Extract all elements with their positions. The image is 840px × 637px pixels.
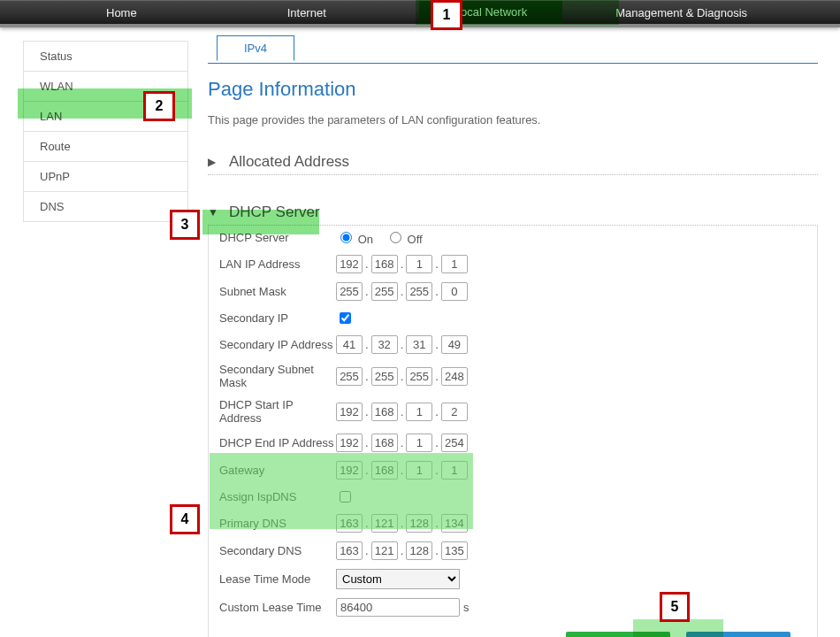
primary-dns-label: Primary DNS (218, 517, 336, 530)
dhcp-end-oct4[interactable] (441, 434, 468, 452)
callout-4: 4 (170, 504, 200, 534)
dhcp-start-label: DHCP Start IP Address (218, 398, 336, 425)
sidebar: Status WLAN LAN Route UPnP DNS (23, 41, 188, 222)
callout-3: 3 (170, 210, 200, 240)
assign-ispdns-label: Assign IspDNS (218, 490, 336, 503)
custom-lease-input[interactable] (336, 598, 460, 617)
custom-lease-label: Custom Lease Time (218, 601, 336, 614)
sec-dns-oct1[interactable] (336, 541, 363, 560)
section-dhcp-title: DHCP Server (229, 203, 320, 221)
lan-ip-oct4[interactable] (441, 255, 468, 273)
lan-ip-label: LAN IP Address (218, 257, 336, 271)
sidebar-item-route[interactable]: Route (24, 132, 187, 162)
sec-sub-oct1[interactable] (336, 367, 363, 386)
sec-sub-oct3[interactable] (406, 367, 432, 386)
subnet-oct1[interactable] (336, 282, 363, 301)
dhcp-end-label: DHCP End IP Address (218, 436, 336, 449)
nav-internet[interactable]: Internet (279, 6, 335, 19)
sidebar-item-dns[interactable]: DNS (24, 192, 187, 222)
gateway-label: Gateway (218, 464, 336, 477)
dhcp-off-radio[interactable] (390, 232, 401, 243)
sec-ipaddr-oct4[interactable] (441, 335, 468, 354)
sec-ipaddr-oct1[interactable] (336, 335, 363, 354)
secondary-ip-checkbox[interactable] (340, 312, 351, 324)
nav-management[interactable]: Management & Diagnosis (607, 6, 756, 19)
lan-ip-oct1[interactable] (336, 255, 363, 273)
pri-dns-oct3[interactable] (406, 514, 432, 533)
sec-ipaddr-oct3[interactable] (406, 335, 432, 354)
top-nav: Home Internet Local Network Management &… (0, 0, 840, 27)
dhcp-on-option[interactable]: On (336, 229, 373, 246)
main-content: IPv4 Page Information This page provides… (208, 27, 840, 637)
dhcp-start-oct1[interactable] (336, 403, 363, 421)
chevron-down-icon: ▼ (208, 206, 229, 219)
gateway-oct3[interactable] (406, 461, 432, 480)
sec-sub-oct2[interactable] (371, 367, 398, 386)
callout-2: 2 (143, 91, 175, 121)
tab-ipv4[interactable]: IPv4 (217, 35, 294, 61)
dhcp-start-oct3[interactable] (406, 403, 432, 421)
dhcp-end-oct3[interactable] (406, 434, 432, 452)
gateway-oct2[interactable] (371, 461, 398, 480)
callout-5: 5 (660, 592, 690, 622)
secondary-ip-addr-label: Secondary IP Address (218, 338, 336, 351)
cancel-button[interactable]: Cancel (686, 632, 790, 637)
lan-ip-oct3[interactable] (406, 255, 432, 273)
button-bar: Apply Cancel (209, 621, 817, 637)
nav-home[interactable]: Home (97, 6, 146, 19)
subnet-oct3[interactable] (406, 282, 432, 301)
dhcp-start-oct2[interactable] (371, 403, 398, 421)
assign-ispdns-checkbox[interactable] (340, 491, 351, 503)
section-dhcp-body: DHCP Server On Off LAN IP Address . . . … (208, 225, 818, 637)
pri-dns-oct4[interactable] (441, 514, 468, 533)
dhcp-on-radio[interactable] (340, 232, 352, 243)
subnet-label: Subnet Mask (218, 285, 336, 298)
secondary-ip-label: Secondary IP (218, 311, 336, 325)
lease-mode-label: Lease Time Mode (218, 572, 336, 586)
gateway-oct1[interactable] (336, 461, 363, 480)
apply-button[interactable]: Apply (566, 632, 670, 637)
dhcp-server-label: DHCP Server (218, 231, 336, 244)
section-allocated-title: Allocated Address (229, 153, 349, 171)
lan-ip-oct2[interactable] (371, 255, 398, 273)
sidebar-item-status[interactable]: Status (24, 42, 187, 72)
subnet-oct4[interactable] (441, 282, 468, 301)
pri-dns-oct1[interactable] (336, 514, 363, 533)
sec-ipaddr-oct2[interactable] (371, 335, 398, 354)
subnet-oct2[interactable] (371, 282, 398, 301)
custom-lease-unit: s (463, 601, 470, 614)
section-dhcp-header[interactable]: ▼ DHCP Server (208, 200, 818, 225)
dhcp-end-oct1[interactable] (336, 434, 363, 452)
sec-dns-oct3[interactable] (406, 541, 432, 560)
secondary-subnet-label: Secondary Subnet Mask (218, 363, 336, 389)
chevron-right-icon: ▶ (208, 156, 229, 168)
sec-sub-oct4[interactable] (441, 367, 468, 386)
page-description: This page provides the parameters of LAN… (208, 113, 818, 127)
secondary-dns-label: Secondary DNS (218, 544, 336, 557)
dhcp-start-oct4[interactable] (441, 403, 468, 421)
callout-1: 1 (431, 0, 462, 30)
tab-row: IPv4 (208, 36, 818, 64)
sec-dns-oct4[interactable] (441, 541, 468, 560)
dhcp-off-option[interactable]: Off (386, 229, 423, 246)
dhcp-end-oct2[interactable] (371, 434, 398, 452)
sidebar-item-upnp[interactable]: UPnP (24, 162, 187, 192)
sec-dns-oct2[interactable] (371, 541, 398, 560)
lease-mode-select[interactable]: Custom (336, 569, 460, 589)
gateway-oct4[interactable] (441, 461, 468, 480)
page-title: Page Information (208, 78, 818, 101)
pri-dns-oct2[interactable] (371, 514, 398, 533)
section-allocated-header[interactable]: ▶ Allocated Address (208, 150, 818, 175)
